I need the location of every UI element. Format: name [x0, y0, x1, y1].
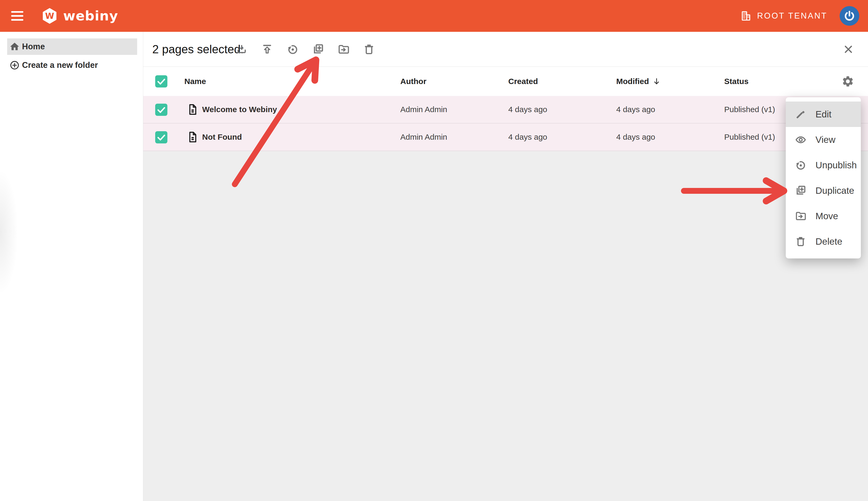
- check-icon: [155, 131, 167, 143]
- tenant-label: ROOT TENANT: [757, 11, 827, 21]
- building-icon: [740, 10, 752, 22]
- page-modified: 4 days ago: [616, 96, 655, 123]
- column-header-modified[interactable]: Modified: [616, 67, 661, 96]
- menu-item-edit[interactable]: Edit: [786, 102, 861, 127]
- table-settings-button[interactable]: [841, 75, 854, 88]
- webiny-logo: W webiny: [42, 7, 118, 25]
- svg-text:W: W: [45, 11, 54, 21]
- page-created: 4 days ago: [508, 96, 547, 123]
- page-created: 4 days ago: [508, 124, 547, 151]
- power-icon: [843, 10, 856, 22]
- page-status: Published (v1): [724, 124, 775, 151]
- row-context-menu: Edit View Unpublish Duplicate Move: [786, 97, 861, 258]
- row-checkbox[interactable]: [155, 104, 167, 116]
- selection-count-label: 2 pages selected:: [152, 32, 244, 66]
- sidebar-item-label: Create a new folder: [22, 61, 98, 70]
- menu-item-delete[interactable]: Delete: [786, 229, 861, 254]
- arrow-down-icon: [652, 77, 661, 86]
- folder-move-icon: [337, 43, 349, 55]
- sidebar-item-create-folder[interactable]: Create a new folder: [7, 57, 137, 73]
- table-header: Name Author Created Modified Status: [143, 67, 868, 96]
- check-icon: [155, 75, 167, 87]
- delete-pages-button[interactable]: [363, 43, 376, 56]
- upload-icon: [261, 43, 273, 55]
- gear-icon: [841, 75, 854, 88]
- check-icon: [155, 104, 167, 116]
- page-list-content: 2 pages selected:: [143, 32, 868, 501]
- column-header-name[interactable]: Name: [184, 67, 206, 96]
- export-pages-button[interactable]: [236, 43, 248, 56]
- hamburger-icon[interactable]: [11, 11, 23, 21]
- table-row[interactable]: Not Found Admin Admin 4 days ago 4 days …: [143, 124, 868, 151]
- menu-item-move[interactable]: Move: [786, 203, 861, 229]
- page-modified: 4 days ago: [616, 124, 655, 151]
- download-icon: [236, 43, 248, 55]
- close-icon: [843, 43, 854, 55]
- publish-pages-button[interactable]: [261, 43, 274, 56]
- menu-item-view[interactable]: View: [786, 127, 861, 152]
- folders-sidebar: Home Create a new folder: [0, 32, 143, 501]
- drawer-shadow: [0, 148, 34, 334]
- close-selection-button[interactable]: [843, 43, 854, 55]
- pencil-icon: [795, 108, 806, 120]
- page-icon: [187, 131, 199, 143]
- column-header-author[interactable]: Author: [400, 67, 426, 96]
- duplicate-pages-button[interactable]: [312, 43, 325, 56]
- restore-icon: [286, 43, 299, 55]
- unpublish-pages-button[interactable]: [286, 43, 299, 56]
- webiny-hexagon-icon: W: [42, 7, 57, 25]
- circle-plus-icon: [9, 60, 20, 71]
- eye-icon: [795, 134, 806, 146]
- column-header-created[interactable]: Created: [508, 67, 538, 96]
- page-author: Admin Admin: [400, 124, 447, 151]
- page-status: Published (v1): [724, 96, 775, 123]
- user-avatar[interactable]: [840, 6, 859, 26]
- move-pages-button[interactable]: [337, 43, 350, 56]
- brand-name: webiny: [63, 8, 118, 24]
- duplicate-icon: [312, 43, 324, 55]
- folder-move-icon: [795, 210, 806, 222]
- top-app-bar: W webiny ROOT TENANT: [0, 0, 868, 32]
- sidebar-item-home[interactable]: Home: [7, 39, 137, 55]
- home-icon: [9, 41, 20, 52]
- restore-icon: [795, 159, 806, 171]
- table-row[interactable]: Welcome to Webiny Admin Admin 4 days ago…: [143, 96, 868, 124]
- tenant-selector[interactable]: ROOT TENANT: [740, 10, 827, 22]
- menu-item-duplicate[interactable]: Duplicate: [786, 178, 861, 203]
- trash-icon: [795, 236, 806, 247]
- page-title: Welcome to Webiny: [202, 96, 277, 123]
- page-icon: [187, 103, 199, 116]
- column-header-status[interactable]: Status: [724, 67, 749, 96]
- duplicate-icon: [795, 185, 806, 196]
- page-author: Admin Admin: [400, 96, 447, 123]
- trash-icon: [363, 43, 375, 55]
- row-checkbox[interactable]: [155, 131, 167, 143]
- sidebar-item-label: Home: [22, 42, 45, 51]
- menu-item-unpublish[interactable]: Unpublish: [786, 152, 861, 178]
- selection-toolbar: 2 pages selected:: [143, 32, 868, 67]
- page-title: Not Found: [202, 124, 242, 151]
- select-all-checkbox[interactable]: [155, 75, 167, 87]
